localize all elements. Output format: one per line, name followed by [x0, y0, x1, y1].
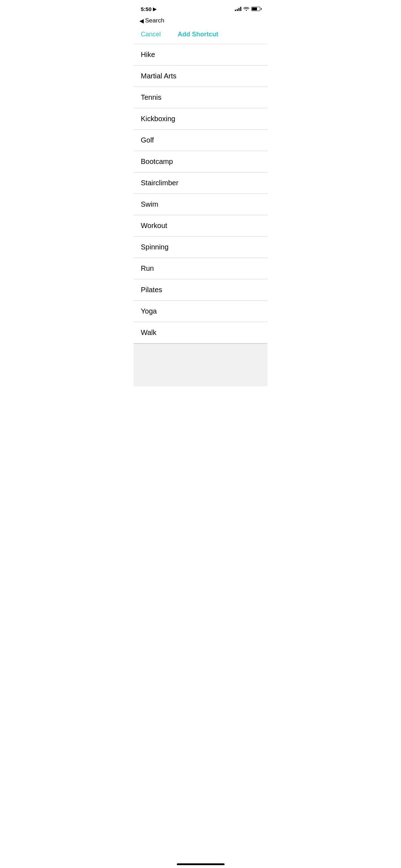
battery-icon: [251, 7, 260, 11]
list-item-label: Swim: [141, 200, 158, 208]
list-item-label: Stairclimber: [141, 179, 179, 187]
list-item-label: Walk: [141, 329, 156, 337]
list-item-label: Spinning: [141, 243, 169, 251]
list-item-label: Pilates: [141, 286, 162, 294]
list-item[interactable]: Hike: [134, 44, 267, 66]
list-item[interactable]: Golf: [134, 130, 267, 151]
bottom-area: [134, 343, 267, 386]
status-icons: [235, 6, 260, 12]
list-item[interactable]: Tennis: [134, 87, 267, 108]
back-navigation[interactable]: ◀ Search: [134, 16, 267, 27]
list-item[interactable]: Martial Arts: [134, 66, 267, 87]
list-item-label: Kickboxing: [141, 115, 175, 123]
list-item-label: Workout: [141, 222, 167, 230]
list-item-label: Martial Arts: [141, 72, 176, 80]
list-item-label: Yoga: [141, 307, 157, 315]
back-label[interactable]: Search: [145, 17, 164, 24]
list-item-label: Golf: [141, 136, 154, 144]
list-item-label: Bootcamp: [141, 157, 173, 166]
list-item[interactable]: Run: [134, 258, 267, 279]
shortcut-list: HikeMartial ArtsTennisKickboxingGolfBoot…: [134, 44, 267, 343]
status-bar: 5:50 ▶: [134, 0, 267, 16]
list-item-label: Tennis: [141, 93, 161, 102]
list-item-label: Hike: [141, 51, 155, 59]
list-item[interactable]: Swim: [134, 194, 267, 215]
page-header: Cancel Add Shortcut: [134, 27, 267, 44]
list-item-label: Run: [141, 264, 154, 273]
list-item[interactable]: Stairclimber: [134, 172, 267, 194]
status-time: 5:50 ▶: [141, 6, 156, 12]
list-item[interactable]: Workout: [134, 215, 267, 237]
wifi-icon: [243, 6, 249, 12]
list-item[interactable]: Walk: [134, 322, 267, 343]
page-title: Add Shortcut: [178, 31, 219, 38]
signal-bars-icon: [235, 7, 241, 11]
list-item[interactable]: Pilates: [134, 279, 267, 301]
back-arrow-icon: ◀: [139, 17, 144, 24]
cancel-button[interactable]: Cancel: [141, 31, 161, 38]
list-item[interactable]: Kickboxing: [134, 108, 267, 130]
page-container: 5:50 ▶ ◀ Search: [134, 0, 267, 386]
location-arrow-icon: ▶: [153, 6, 156, 12]
list-item[interactable]: Yoga: [134, 301, 267, 322]
list-item[interactable]: Bootcamp: [134, 151, 267, 172]
list-item[interactable]: Spinning: [134, 237, 267, 258]
